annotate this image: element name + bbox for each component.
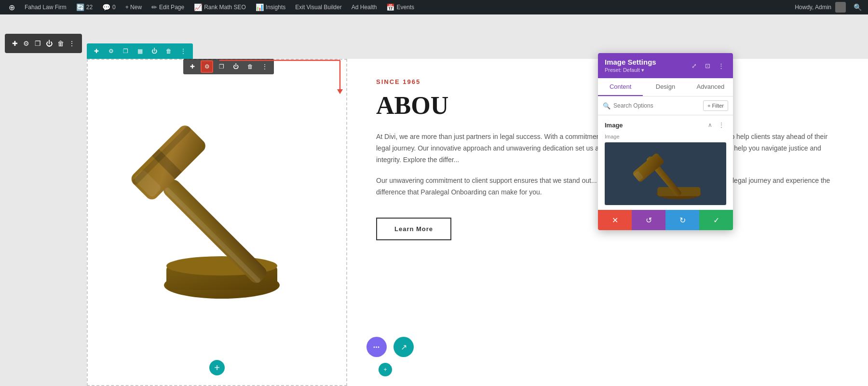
rank-math-item[interactable]: 📈 Rank Math SEO	[189, 0, 251, 14]
learn-more-button[interactable]: Learn More	[376, 218, 451, 240]
panel-more-icon[interactable]: ⋮	[716, 60, 726, 71]
image-column: +	[87, 59, 347, 386]
vb-delete-button[interactable]: 🗑	[56, 37, 65, 50]
insights-item[interactable]: 📊 Insights	[251, 0, 290, 14]
events-item[interactable]: 📅 Events	[381, 0, 419, 14]
panel-section-more-icon[interactable]: ⋮	[717, 120, 726, 130]
vb-power-button[interactable]: ⏻	[45, 37, 54, 50]
panel-image-section: Image ∧ ⋮ Image	[598, 115, 733, 210]
exit-vb-button[interactable]: Exit Visual Builder	[290, 0, 347, 14]
section-power-btn[interactable]: ⏻	[149, 45, 160, 57]
new-button[interactable]: + New	[121, 0, 147, 14]
thumbnail-svg	[612, 142, 719, 205]
panel-actions: ✕ ↺ ↻ ✓	[598, 210, 733, 230]
howdy-label[interactable]: Howdy, Admin	[790, 2, 851, 13]
section-wrapper: ✚ ⚙ ❐ ▦ ⏻ 🗑 ⋮ ✚ ⚙ ❐ ⏻ 🗑 ⋮	[87, 43, 868, 386]
site-name[interactable]: Fahad Law Firm	[20, 0, 71, 14]
section-columns-btn[interactable]: ▦	[134, 45, 146, 57]
row-add-btn[interactable]: ✚	[186, 60, 199, 73]
tab-advanced[interactable]: Advanced	[688, 78, 733, 96]
panel-expand-icon[interactable]: ⤢	[689, 60, 699, 71]
panel-tabs: Content Design Advanced	[598, 78, 733, 96]
panel-redo-button[interactable]: ↻	[665, 210, 699, 230]
panel-resize-icon[interactable]: ⊡	[702, 60, 713, 71]
panel-section-header: Image ∧ ⋮	[605, 120, 726, 130]
panel-cancel-button[interactable]: ✕	[598, 210, 632, 230]
vb-settings-button[interactable]: ⚙	[22, 37, 31, 50]
search-input[interactable]	[613, 102, 700, 109]
search-icon: 🔍	[603, 102, 610, 110]
panel-section-collapse-icon[interactable]: ∧	[705, 120, 715, 130]
filter-button[interactable]: + Filter	[703, 100, 728, 111]
panel-image-thumbnail[interactable]	[605, 142, 726, 205]
row-layout-btn[interactable]: ❐	[215, 60, 228, 73]
section-layout-btn[interactable]: ❐	[120, 45, 131, 57]
admin-bar-right: Howdy, Admin 🔍	[790, 0, 864, 14]
purple-dots-button[interactable]: •••	[366, 337, 387, 357]
panel-undo-button[interactable]: ↺	[632, 210, 665, 230]
edit-page-button[interactable]: ✏ Edit Page	[147, 0, 189, 14]
add-module-button[interactable]: +	[209, 360, 225, 375]
tab-design[interactable]: Design	[643, 78, 688, 96]
panel-title-area: Image Settings Preset: Default ▾	[605, 58, 656, 73]
section-more-btn[interactable]: ⋮	[177, 45, 189, 57]
row-toolbar: ✚ ⚙ ❐ ⏻ 🗑 ⋮	[183, 59, 274, 74]
content-area: + SINCE 1965 ABOU At Divi, we are more t…	[87, 59, 868, 386]
tab-content[interactable]: Content	[598, 78, 643, 96]
admin-bar: ⊕ Fahad Law Firm 🔄 22 💬 0 + New ✏ Edit P…	[0, 0, 868, 14]
row-more-btn[interactable]: ⋮	[258, 60, 271, 73]
canvas: ✚ ⚙ ❐ ⏻ 🗑 ⋮ ✚ ⚙ ❐ ▦ ⏻ 🗑 ⋮ ✚ ⚙ ❐ ⏻ 🗑 ⋮	[0, 14, 868, 386]
panel-section-title: Image	[605, 122, 623, 129]
panel-confirm-button[interactable]: ✓	[699, 210, 733, 230]
vb-layout-button[interactable]: ❐	[33, 37, 42, 50]
gavel-image	[101, 97, 333, 348]
row-power-btn[interactable]: ⏻	[230, 60, 242, 73]
ad-health-item[interactable]: Ad Health	[347, 0, 382, 14]
comments-item[interactable]: 💬 0	[97, 0, 121, 14]
small-teal-button[interactable]: +	[379, 363, 392, 376]
wp-logo[interactable]: ⊕	[4, 0, 20, 14]
section-toolbar: ✚ ⚙ ❐ ▦ ⏻ 🗑 ⋮	[87, 43, 193, 59]
panel-header-icons: ⤢ ⊡ ⋮	[689, 60, 726, 71]
section-delete-btn[interactable]: 🗑	[163, 45, 175, 57]
panel-search-area: 🔍 + Filter	[598, 96, 733, 115]
teal-chart-button[interactable]: ↗	[393, 337, 414, 357]
row-delete-btn[interactable]: 🗑	[244, 60, 257, 73]
panel-title: Image Settings	[605, 58, 656, 66]
vb-toolbar: ✚ ⚙ ❐ ⏻ 🗑 ⋮	[5, 34, 82, 53]
gavel-svg	[106, 102, 328, 343]
section-settings-btn[interactable]: ⚙	[105, 45, 117, 57]
updates-item[interactable]: 🔄 22	[71, 0, 97, 14]
vb-add-button[interactable]: ✚	[11, 37, 19, 50]
vb-more-button[interactable]: ⋮	[68, 37, 76, 50]
panel-header: Image Settings Preset: Default ▾ ⤢ ⊡ ⋮	[598, 53, 733, 78]
panel-image-label: Image	[605, 134, 726, 139]
panel-section-controls: ∧ ⋮	[705, 120, 726, 130]
section-add-btn[interactable]: ✚	[91, 45, 102, 57]
row-settings-btn[interactable]: ⚙	[201, 60, 213, 73]
image-settings-panel: Image Settings Preset: Default ▾ ⤢ ⊡ ⋮ C…	[598, 53, 733, 230]
search-icon[interactable]: 🔍	[851, 0, 864, 14]
panel-preset[interactable]: Preset: Default ▾	[605, 67, 656, 73]
